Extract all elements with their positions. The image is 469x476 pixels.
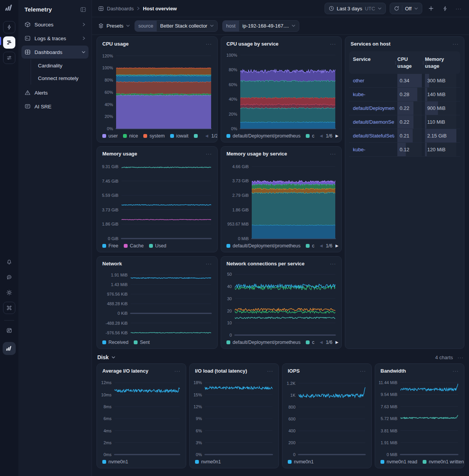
chart-card-network-connections: Network connections per service··· 01020… [221, 256, 342, 349]
legend-item[interactable]: Received [102, 340, 128, 345]
auto-refresh-control[interactable]: Off [390, 3, 422, 14]
host-filter[interactable]: host ip-192-168-49-167.... [222, 20, 299, 32]
svg-text:18%: 18% [194, 380, 202, 385]
service-link[interactable]: default/StatefulSet/opensea [353, 133, 394, 139]
legend-item[interactable]: iowait [170, 133, 189, 139]
quick-actions-button[interactable] [440, 3, 450, 13]
legend-item[interactable]: default/Deployment/prometheus [226, 133, 300, 139]
legend-item[interactable]: Cache [124, 243, 144, 249]
legend-item[interactable] [194, 134, 200, 138]
service-link[interactable]: default/Deployment/promet [353, 105, 394, 111]
memory-by-service-chart: 0 MiB953.67 MiB1.86 GiB2.79 GiB3.73 GiB4… [223, 158, 338, 242]
service-link[interactable]: kube- [353, 147, 394, 152]
legend-item[interactable]: nvme0n1 read [380, 459, 417, 465]
legend-item[interactable]: user [102, 133, 118, 139]
legend-item[interactable]: nvme0n1 [102, 459, 128, 465]
svg-text:200: 200 [289, 440, 295, 445]
card-menu-button[interactable]: ··· [360, 368, 366, 374]
theme-toggle-button[interactable] [3, 286, 15, 299]
pager-prev-button[interactable]: ◀ [320, 244, 323, 248]
column-header-cpu[interactable]: ⋮⋮CPU usage [397, 56, 422, 69]
svg-text:5.72 MiB: 5.72 MiB [381, 416, 397, 421]
card-menu-button[interactable]: ··· [206, 151, 212, 157]
disk-section-menu-button[interactable]: ··· [458, 355, 464, 360]
sidebar-item-cardinality[interactable]: Cardinality [33, 59, 89, 72]
legend-swatch [149, 244, 153, 248]
legend-item[interactable]: Used [149, 243, 166, 249]
notifications-button[interactable] [3, 256, 15, 268]
card-menu-button[interactable]: ··· [330, 41, 336, 47]
legend-item[interactable]: c [306, 243, 314, 249]
legend-label: c [312, 133, 314, 139]
source-filter-value: Better Stack collector [160, 23, 207, 29]
card-menu-button[interactable]: ··· [330, 151, 336, 157]
refresh-icon [394, 6, 399, 11]
sidebar-item-alerts[interactable]: Alerts [21, 86, 89, 99]
service-link[interactable]: kube- [353, 92, 394, 97]
pager-next-button[interactable]: ▶ [336, 340, 339, 344]
legend-item[interactable]: c [306, 340, 314, 345]
pager-prev-button[interactable]: ◀ [320, 340, 323, 344]
chart-legend: ReceivedSent [97, 338, 217, 348]
card-menu-button[interactable]: ··· [267, 368, 273, 374]
service-link[interactable]: default/DaemonSet/better- [353, 119, 394, 125]
disk-section-header: Disk 4 charts ··· [97, 354, 464, 360]
workspace-avatar[interactable] [3, 342, 16, 355]
card-menu-button[interactable]: ··· [174, 368, 180, 374]
telemetry-app-button[interactable] [3, 36, 15, 49]
disk-section-toggle[interactable]: Disk [97, 354, 115, 360]
sidebar-item-connect-remotely[interactable]: Connect remotely [33, 72, 89, 85]
pager-prev-button[interactable]: ◀ [205, 134, 208, 138]
svg-text:0%: 0% [231, 126, 237, 131]
svg-text:8ms: 8ms [103, 404, 112, 409]
uptime-app-button[interactable] [3, 21, 15, 33]
svg-text:1.91 MiB: 1.91 MiB [381, 440, 397, 445]
column-resize-handle[interactable]: ⋮⋮ [421, 60, 428, 65]
chart-legend: nvme0n1 [190, 458, 279, 468]
svg-text:1.2K: 1.2K [287, 381, 295, 386]
legend-item[interactable]: system [143, 133, 165, 139]
time-range-picker[interactable]: Last 3 days UTC [325, 3, 386, 14]
sidebar-item-sources[interactable]: Sources [21, 18, 89, 31]
card-menu-button[interactable]: ··· [206, 41, 212, 47]
source-filter[interactable]: source Better Stack collector [134, 20, 218, 32]
pager-next-button[interactable]: ▶ [336, 134, 339, 138]
svg-text:0 KiB: 0 KiB [118, 311, 128, 316]
legend-item[interactable]: nvme0n1 written [423, 459, 464, 465]
feedback-button[interactable] [3, 271, 15, 283]
more-menu-button[interactable]: ··· [454, 3, 464, 13]
breadcrumb-section[interactable]: Dashboards [107, 6, 134, 11]
column-header-service[interactable]: Service [353, 56, 394, 69]
sidebar-item-label: Alerts [34, 90, 85, 96]
svg-text:0ms: 0ms [103, 452, 112, 457]
legend-item[interactable]: nice [123, 133, 138, 139]
legend-item[interactable]: Sent [134, 340, 150, 345]
service-link[interactable]: other [353, 78, 394, 83]
sidebar-item-ai-sre[interactable]: AI SRE [21, 100, 89, 113]
column-resize-handle[interactable]: ⋮⋮ [394, 60, 400, 65]
pager-prev-button[interactable]: ◀ [320, 134, 323, 138]
legend-swatch [380, 460, 384, 464]
sidebar-item-dashboards[interactable]: Dashboards [21, 46, 89, 59]
collapse-sidebar-icon[interactable] [80, 7, 86, 13]
legend-item[interactable]: default/Deployment/prometheus [226, 243, 300, 249]
card-menu-button[interactable]: ··· [206, 261, 212, 267]
legend-item[interactable]: nvme0n1 [195, 459, 221, 465]
table-title: Services on host [351, 41, 390, 47]
cpu-usage-cell: 0.28 [397, 88, 422, 101]
legend-item[interactable]: default/Deployment/prometheus [226, 340, 300, 345]
legend-item[interactable]: nvme0n1 [288, 459, 313, 465]
sidebar-item-logs-traces[interactable]: Logs & traces [21, 32, 89, 45]
column-header-memory[interactable]: ⋮⋮Memory usage [425, 56, 456, 69]
legend-item[interactable]: c [306, 133, 314, 139]
pager-next-button[interactable]: ▶ [336, 244, 339, 248]
integrations-app-button[interactable] [3, 52, 15, 64]
card-menu-button[interactable]: ··· [453, 368, 459, 374]
presets-dropdown[interactable]: Presets [98, 23, 130, 29]
add-chart-button[interactable] [426, 3, 436, 13]
card-menu-button[interactable]: ··· [330, 261, 336, 267]
legend-item[interactable]: Free [102, 243, 118, 249]
invite-user-button[interactable] [3, 324, 15, 337]
card-menu-button[interactable]: ··· [453, 41, 459, 47]
command-palette-button[interactable] [3, 302, 15, 314]
